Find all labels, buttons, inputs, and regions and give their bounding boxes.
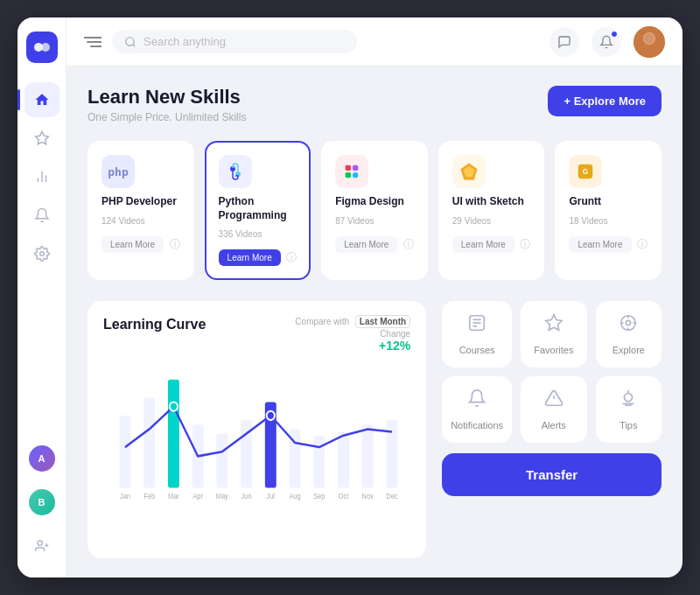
chart-stats: Compare with Last Month Change +12% [295,317,410,353]
tips-icon [619,388,638,413]
svg-point-17 [644,33,654,44]
action-notifications[interactable]: Notifications [442,376,512,443]
svg-marker-58 [546,315,562,330]
search-bar[interactable]: Search anything [112,30,357,53]
course-videos-grunt: 18 Videos [569,216,648,226]
svg-text:Feb: Feb [144,493,155,500]
sidebar: A B [18,18,66,578]
svg-text:Sep: Sep [313,493,326,500]
explore-label: Explore [612,345,645,355]
topbar: Search anything [66,18,682,66]
menu-icon[interactable] [84,36,102,48]
course-videos-figma: 87 Videos [335,216,414,226]
sidebar-item-chart[interactable] [24,159,60,194]
content: Learn New Skills One Simple Price. Unlim… [66,66,682,578]
courses-icon [467,313,486,338]
svg-point-1 [41,43,50,52]
course-card-grunt[interactable]: G Gruntt 18 Videos Learn More ⓘ [555,141,662,280]
svg-point-60 [626,320,632,326]
notifications-label: Notifications [451,420,503,430]
svg-rect-37 [338,432,349,488]
learn-more-btn-python[interactable]: Learn More [219,249,281,266]
learn-more-btn-sketch[interactable]: Learn More [452,236,514,253]
course-icon-php: php [102,155,135,188]
svg-text:Jul: Jul [267,493,276,500]
svg-point-6 [39,252,44,256]
message-icon-btn[interactable] [550,27,579,57]
sidebar-item-user2[interactable]: B [24,485,60,520]
svg-rect-30 [168,380,179,488]
info-icon-sketch: ⓘ [520,237,530,252]
sidebar-item-gear[interactable] [24,236,60,271]
course-card-php[interactable]: php PHP Developer 124 Videos Learn More … [88,141,194,280]
svg-rect-36 [313,436,325,488]
action-alerts[interactable]: Alerts [521,376,586,443]
action-tips[interactable]: Tips [596,376,662,443]
sidebar-item-user1[interactable]: A [24,441,60,476]
learn-more-btn-grunt[interactable]: Learn More [569,236,631,253]
course-name-sketch: UI with Sketch [452,195,531,209]
search-placeholder: Search anything [144,35,226,48]
favorites-icon [544,313,564,338]
svg-text:Mar: Mar [168,493,179,500]
courses-label: Courses [459,345,495,355]
action-favorites[interactable]: Favorites [521,301,586,368]
course-card-python[interactable]: Python Programming 336 Videos Learn More… [205,141,312,280]
svg-rect-32 [216,434,228,488]
info-icon-grunt: ⓘ [637,237,648,252]
page-subtitle: One Simple Price. Unlimited Skills [88,111,246,123]
course-icon-python [219,155,252,188]
learn-more-row-php: Learn More ⓘ [102,236,180,253]
chart-title: Learning Curve [103,317,206,332]
svg-text:Oct: Oct [339,493,349,500]
sidebar-item-bell[interactable] [24,198,60,233]
info-icon-figma: ⓘ [403,237,414,252]
main-content: Search anything [66,18,682,578]
svg-text:Jan: Jan [120,493,130,500]
notification-icon-btn[interactable] [592,27,621,57]
course-icon-grunt: G [569,155,602,188]
chart-card: Learning Curve Compare with Last Month C… [88,301,426,558]
header-text: Learn New Skills One Simple Price. Unlim… [88,86,246,123]
action-explore[interactable]: Explore [596,301,662,368]
courses-row: php PHP Developer 124 Videos Learn More … [88,141,662,284]
svg-text:Apr: Apr [192,493,203,500]
change-label: Change [380,329,410,339]
course-videos-php: 124 Videos [102,216,180,226]
course-videos-sketch: 29 Videos [452,216,531,226]
svg-rect-29 [144,397,155,487]
user-avatar[interactable] [634,26,665,58]
transfer-button[interactable]: Transfer [442,453,662,496]
svg-text:Aug: Aug [289,493,300,500]
svg-line-14 [133,44,136,46]
course-card-sketch[interactable]: UI with Sketch 29 Videos Learn More ⓘ [438,141,545,280]
learn-more-btn-figma[interactable]: Learn More [335,236,397,253]
learn-more-btn-php[interactable]: Learn More [102,236,164,253]
svg-rect-22 [346,172,351,178]
svg-text:G: G [583,168,588,176]
app-window: A B Search anything [18,18,682,578]
learn-more-row-figma: Learn More ⓘ [335,236,414,253]
svg-point-13 [126,37,134,45]
explore-icon [619,313,638,338]
svg-rect-20 [346,165,351,171]
course-icon-figma [335,155,368,188]
svg-rect-39 [386,420,397,487]
sidebar-item-home[interactable] [24,82,60,117]
svg-point-23 [353,172,358,178]
course-videos-python: 336 Videos [219,229,298,239]
action-courses[interactable]: Courses [442,301,512,368]
course-card-figma[interactable]: Figma Design 87 Videos Learn More ⓘ [321,141,428,280]
course-name-grunt: Gruntt [569,195,648,209]
learn-more-row-grunt: Learn More ⓘ [569,236,648,253]
explore-button[interactable]: + Explore More [548,86,662,116]
page-title: Learn New Skills [88,86,246,108]
svg-point-41 [267,411,275,420]
compare-label: Compare with [295,317,349,326]
sidebar-item-add-user[interactable] [24,528,60,564]
course-name-php: PHP Developer [102,195,180,209]
sidebar-item-star[interactable] [24,121,60,156]
alerts-label: Alerts [542,420,566,430]
bottom-row: Learning Curve Compare with Last Month C… [88,301,662,558]
alerts-icon [544,388,564,413]
